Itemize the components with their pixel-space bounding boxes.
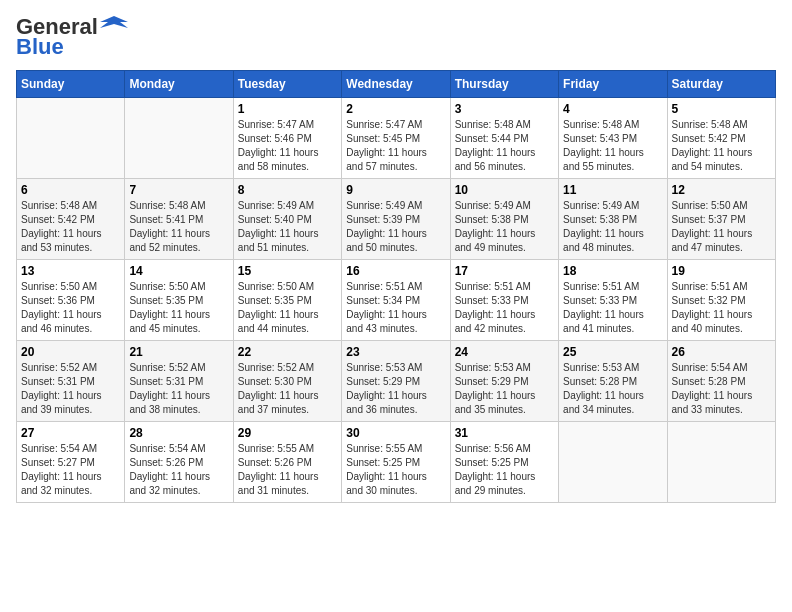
day-number: 13 xyxy=(21,264,120,278)
day-number: 20 xyxy=(21,345,120,359)
day-info: Sunrise: 5:48 AM Sunset: 5:44 PM Dayligh… xyxy=(455,118,554,174)
day-number: 29 xyxy=(238,426,337,440)
day-info: Sunrise: 5:53 AM Sunset: 5:29 PM Dayligh… xyxy=(346,361,445,417)
calendar-cell: 31Sunrise: 5:56 AM Sunset: 5:25 PM Dayli… xyxy=(450,422,558,503)
day-number: 2 xyxy=(346,102,445,116)
calendar-cell: 8Sunrise: 5:49 AM Sunset: 5:40 PM Daylig… xyxy=(233,179,341,260)
calendar-header: SundayMondayTuesdayWednesdayThursdayFrid… xyxy=(17,71,776,98)
day-number: 14 xyxy=(129,264,228,278)
calendar-cell xyxy=(17,98,125,179)
calendar-cell: 13Sunrise: 5:50 AM Sunset: 5:36 PM Dayli… xyxy=(17,260,125,341)
calendar-week-5: 27Sunrise: 5:54 AM Sunset: 5:27 PM Dayli… xyxy=(17,422,776,503)
day-info: Sunrise: 5:51 AM Sunset: 5:33 PM Dayligh… xyxy=(563,280,662,336)
calendar-cell: 27Sunrise: 5:54 AM Sunset: 5:27 PM Dayli… xyxy=(17,422,125,503)
calendar-cell: 25Sunrise: 5:53 AM Sunset: 5:28 PM Dayli… xyxy=(559,341,667,422)
calendar-cell: 21Sunrise: 5:52 AM Sunset: 5:31 PM Dayli… xyxy=(125,341,233,422)
calendar-cell: 29Sunrise: 5:55 AM Sunset: 5:26 PM Dayli… xyxy=(233,422,341,503)
day-number: 12 xyxy=(672,183,771,197)
day-info: Sunrise: 5:48 AM Sunset: 5:42 PM Dayligh… xyxy=(672,118,771,174)
weekday-header-saturday: Saturday xyxy=(667,71,775,98)
day-number: 18 xyxy=(563,264,662,278)
day-number: 4 xyxy=(563,102,662,116)
day-info: Sunrise: 5:50 AM Sunset: 5:37 PM Dayligh… xyxy=(672,199,771,255)
calendar-cell: 9Sunrise: 5:49 AM Sunset: 5:39 PM Daylig… xyxy=(342,179,450,260)
day-number: 28 xyxy=(129,426,228,440)
page-header: General Blue xyxy=(16,16,776,58)
calendar-cell: 14Sunrise: 5:50 AM Sunset: 5:35 PM Dayli… xyxy=(125,260,233,341)
day-info: Sunrise: 5:55 AM Sunset: 5:25 PM Dayligh… xyxy=(346,442,445,498)
day-info: Sunrise: 5:54 AM Sunset: 5:27 PM Dayligh… xyxy=(21,442,120,498)
day-number: 16 xyxy=(346,264,445,278)
calendar-cell: 4Sunrise: 5:48 AM Sunset: 5:43 PM Daylig… xyxy=(559,98,667,179)
day-number: 10 xyxy=(455,183,554,197)
day-info: Sunrise: 5:52 AM Sunset: 5:30 PM Dayligh… xyxy=(238,361,337,417)
calendar-cell: 22Sunrise: 5:52 AM Sunset: 5:30 PM Dayli… xyxy=(233,341,341,422)
logo-bird-icon xyxy=(100,14,128,36)
day-info: Sunrise: 5:51 AM Sunset: 5:33 PM Dayligh… xyxy=(455,280,554,336)
weekday-header-thursday: Thursday xyxy=(450,71,558,98)
day-number: 27 xyxy=(21,426,120,440)
day-info: Sunrise: 5:52 AM Sunset: 5:31 PM Dayligh… xyxy=(129,361,228,417)
calendar-week-1: 1Sunrise: 5:47 AM Sunset: 5:46 PM Daylig… xyxy=(17,98,776,179)
calendar-week-4: 20Sunrise: 5:52 AM Sunset: 5:31 PM Dayli… xyxy=(17,341,776,422)
day-info: Sunrise: 5:53 AM Sunset: 5:29 PM Dayligh… xyxy=(455,361,554,417)
day-info: Sunrise: 5:49 AM Sunset: 5:38 PM Dayligh… xyxy=(455,199,554,255)
svg-marker-0 xyxy=(100,16,128,28)
weekday-header-sunday: Sunday xyxy=(17,71,125,98)
weekday-header-wednesday: Wednesday xyxy=(342,71,450,98)
weekday-header-monday: Monday xyxy=(125,71,233,98)
logo: General Blue xyxy=(16,16,128,58)
calendar-cell: 10Sunrise: 5:49 AM Sunset: 5:38 PM Dayli… xyxy=(450,179,558,260)
calendar-cell: 28Sunrise: 5:54 AM Sunset: 5:26 PM Dayli… xyxy=(125,422,233,503)
calendar-cell: 12Sunrise: 5:50 AM Sunset: 5:37 PM Dayli… xyxy=(667,179,775,260)
calendar-week-2: 6Sunrise: 5:48 AM Sunset: 5:42 PM Daylig… xyxy=(17,179,776,260)
day-info: Sunrise: 5:50 AM Sunset: 5:35 PM Dayligh… xyxy=(129,280,228,336)
calendar-cell: 19Sunrise: 5:51 AM Sunset: 5:32 PM Dayli… xyxy=(667,260,775,341)
day-number: 25 xyxy=(563,345,662,359)
calendar-cell: 5Sunrise: 5:48 AM Sunset: 5:42 PM Daylig… xyxy=(667,98,775,179)
day-number: 21 xyxy=(129,345,228,359)
calendar-cell: 3Sunrise: 5:48 AM Sunset: 5:44 PM Daylig… xyxy=(450,98,558,179)
calendar-cell: 26Sunrise: 5:54 AM Sunset: 5:28 PM Dayli… xyxy=(667,341,775,422)
day-info: Sunrise: 5:50 AM Sunset: 5:36 PM Dayligh… xyxy=(21,280,120,336)
calendar-cell: 7Sunrise: 5:48 AM Sunset: 5:41 PM Daylig… xyxy=(125,179,233,260)
day-info: Sunrise: 5:49 AM Sunset: 5:40 PM Dayligh… xyxy=(238,199,337,255)
day-number: 15 xyxy=(238,264,337,278)
day-number: 17 xyxy=(455,264,554,278)
calendar-cell: 6Sunrise: 5:48 AM Sunset: 5:42 PM Daylig… xyxy=(17,179,125,260)
day-info: Sunrise: 5:55 AM Sunset: 5:26 PM Dayligh… xyxy=(238,442,337,498)
day-info: Sunrise: 5:47 AM Sunset: 5:45 PM Dayligh… xyxy=(346,118,445,174)
day-number: 24 xyxy=(455,345,554,359)
calendar-week-3: 13Sunrise: 5:50 AM Sunset: 5:36 PM Dayli… xyxy=(17,260,776,341)
calendar-cell: 20Sunrise: 5:52 AM Sunset: 5:31 PM Dayli… xyxy=(17,341,125,422)
weekday-header-tuesday: Tuesday xyxy=(233,71,341,98)
day-number: 9 xyxy=(346,183,445,197)
day-info: Sunrise: 5:53 AM Sunset: 5:28 PM Dayligh… xyxy=(563,361,662,417)
day-number: 5 xyxy=(672,102,771,116)
day-info: Sunrise: 5:48 AM Sunset: 5:41 PM Dayligh… xyxy=(129,199,228,255)
day-info: Sunrise: 5:49 AM Sunset: 5:38 PM Dayligh… xyxy=(563,199,662,255)
calendar-cell: 11Sunrise: 5:49 AM Sunset: 5:38 PM Dayli… xyxy=(559,179,667,260)
calendar-cell: 1Sunrise: 5:47 AM Sunset: 5:46 PM Daylig… xyxy=(233,98,341,179)
calendar-cell xyxy=(125,98,233,179)
calendar-cell: 2Sunrise: 5:47 AM Sunset: 5:45 PM Daylig… xyxy=(342,98,450,179)
day-number: 26 xyxy=(672,345,771,359)
logo-blue-text: Blue xyxy=(16,36,64,58)
day-info: Sunrise: 5:49 AM Sunset: 5:39 PM Dayligh… xyxy=(346,199,445,255)
day-number: 22 xyxy=(238,345,337,359)
day-info: Sunrise: 5:52 AM Sunset: 5:31 PM Dayligh… xyxy=(21,361,120,417)
calendar-cell: 24Sunrise: 5:53 AM Sunset: 5:29 PM Dayli… xyxy=(450,341,558,422)
calendar-cell: 17Sunrise: 5:51 AM Sunset: 5:33 PM Dayli… xyxy=(450,260,558,341)
weekday-header-friday: Friday xyxy=(559,71,667,98)
day-info: Sunrise: 5:56 AM Sunset: 5:25 PM Dayligh… xyxy=(455,442,554,498)
day-info: Sunrise: 5:50 AM Sunset: 5:35 PM Dayligh… xyxy=(238,280,337,336)
day-info: Sunrise: 5:47 AM Sunset: 5:46 PM Dayligh… xyxy=(238,118,337,174)
calendar-cell: 16Sunrise: 5:51 AM Sunset: 5:34 PM Dayli… xyxy=(342,260,450,341)
day-number: 7 xyxy=(129,183,228,197)
calendar-table: SundayMondayTuesdayWednesdayThursdayFrid… xyxy=(16,70,776,503)
calendar-cell xyxy=(559,422,667,503)
calendar-cell: 30Sunrise: 5:55 AM Sunset: 5:25 PM Dayli… xyxy=(342,422,450,503)
calendar-cell xyxy=(667,422,775,503)
day-number: 6 xyxy=(21,183,120,197)
day-number: 11 xyxy=(563,183,662,197)
